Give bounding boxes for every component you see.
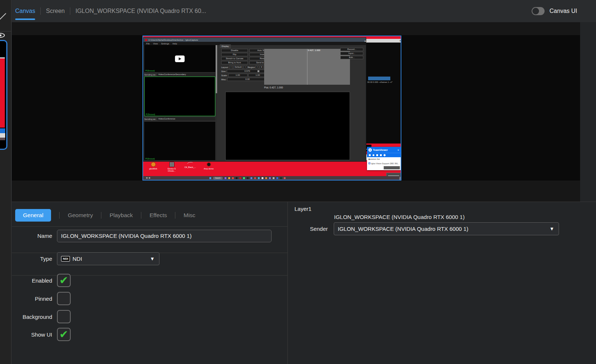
teamviewer-header: TeamViewer ✕	[367, 147, 401, 153]
type-dropdown[interactable]: NDI NDI ▼	[57, 252, 159, 265]
search-pill: Search	[213, 177, 223, 179]
desktop-icons: glooWeb Device S Chrolo... C#_Black_... …	[146, 162, 216, 172]
teamviewer-footer-button	[384, 166, 400, 169]
teamviewer-logo-icon	[368, 148, 372, 152]
amp-demo-icon	[206, 162, 211, 167]
background-row: Background	[12, 310, 160, 324]
input-button: Input...	[340, 52, 363, 55]
disable-button: Disable	[221, 49, 248, 52]
chevron-down-icon: ▼	[150, 256, 155, 262]
selection-bar	[368, 77, 390, 80]
thumbnail-teamviewer-body	[0, 133, 5, 138]
show-ui-row: Show UI ✔	[12, 328, 160, 341]
sending-as-value: VideoConference	[157, 117, 215, 121]
layer-title: Layer1	[294, 206, 312, 212]
edit-icon[interactable]	[0, 13, 6, 20]
tab-canvas[interactable]: Canvas	[15, 6, 35, 17]
taskbar-icons: Search	[209, 177, 286, 179]
video-slot-3: P(Srcout)	[144, 122, 215, 160]
layer-source-title: IGLON_WORKSPACE (NVIDIA Quadro RTX 6000 …	[334, 214, 465, 220]
divider	[175, 212, 175, 219]
show-ui-checkbox[interactable]: ✔	[57, 328, 71, 341]
desktop-icon: glooWeb	[146, 162, 160, 172]
captured-title: C:\Users\Alpha\Desktop\Interlective - Ig…	[148, 39, 363, 41]
position-map: 0.427, 1.000	[264, 49, 350, 85]
stretch-button: Stretch to Canvas	[221, 57, 248, 60]
properties-tabs: General Geometry Playback Effects Misc	[15, 209, 195, 222]
name-label: Name	[12, 233, 52, 239]
video-slot-1: P(Srcout)	[144, 45, 215, 72]
properties-panel: General Geometry Playback Effects Misc N…	[12, 202, 288, 364]
pinned-row: Pinned	[12, 292, 160, 306]
enabled-label: Enabled	[12, 274, 52, 287]
captured-app-window: C:\Users\Alpha\Desktop\Interlective - Ig…	[143, 37, 366, 162]
sending-as-value: VideoConferenceSecondary	[157, 73, 215, 76]
teamviewer-title: TeamViewer	[373, 149, 396, 151]
tab-screen[interactable]: Screen	[46, 6, 65, 17]
sender-dropdown[interactable]: IGLON_WORKSPACE (NVIDIA Quadro RTX 6000 …	[334, 222, 559, 235]
edit-button: Edit...	[340, 56, 363, 59]
ndi-layer-preview[interactable]: C:\Users\Alpha\Desktop\Interlective - Ig…	[142, 36, 401, 181]
layer-panel: Layer1 IGLON_WORKSPACE (NVIDIA Quadro RT…	[288, 202, 596, 364]
name-input[interactable]: IGLON_WORKSPACE (NVIDIA Quadro RTX 6000 …	[57, 230, 272, 242]
layer-thumbnail[interactable]	[0, 40, 7, 150]
thumbnail-teamviewer	[0, 128, 5, 133]
qr-code-icon	[169, 162, 174, 167]
region-value: 0	[260, 65, 263, 69]
tab-workspace[interactable]: IGLON_WORKSPACE (NVIDIA Quadro RTX 60...	[75, 6, 206, 17]
output-preview	[225, 92, 350, 160]
app-root: Canvas Screen IGLON_WORKSPACE (NVIDIA Qu…	[0, 0, 596, 364]
status-line: 00:00 0.000 ~vframes 1 ~v*	[367, 81, 393, 83]
captured-menubar: File View Settings Help	[144, 42, 366, 45]
divider	[40, 7, 41, 15]
scale-x: 1.00	[228, 74, 248, 77]
thumbnail-desktop	[0, 57, 5, 128]
show-ui-label: Show UI	[12, 328, 52, 341]
source-label: P(Srcout)	[145, 70, 155, 72]
session-list-row: ▾ Session list	[367, 157, 401, 161]
prev-icon: <	[256, 65, 259, 69]
enabled-checkbox[interactable]: ✔	[57, 274, 71, 287]
ndi-badge-icon: NDI	[61, 256, 70, 262]
source-label: P(Srcout)	[146, 113, 155, 115]
captured-titlebar: C:\Users\Alpha\Desktop\Interlective - Ig…	[144, 38, 366, 42]
desktop-icon: C#_Black_...	[183, 162, 197, 172]
divider	[101, 212, 101, 219]
tab-playback[interactable]: Playback	[110, 212, 133, 219]
session-entry-row: Igloo Vision Support (582 391...	[367, 161, 401, 165]
check-icon: ✔	[59, 328, 68, 340]
signature-icon	[187, 161, 193, 166]
layer-list-sidebar	[0, 0, 11, 364]
tab-geometry[interactable]: Geometry	[68, 212, 93, 219]
close-icon: ✕	[397, 149, 399, 151]
background-checkbox[interactable]	[57, 310, 71, 323]
pinned-label: Pinned	[12, 292, 52, 306]
bring-front-button: Bring to front	[221, 61, 248, 64]
sender-value: IGLON_WORKSPACE (NVIDIA Quadro RTX 6000 …	[338, 226, 468, 232]
record-button: Record...	[340, 48, 363, 51]
scrollbar	[216, 45, 217, 161]
video-slot-2: P(Srcout)	[144, 77, 215, 116]
teamviewer-toolbar-icons	[367, 153, 401, 157]
canvas-ui-toggle[interactable]	[532, 7, 545, 15]
tab-general[interactable]: General	[15, 209, 51, 222]
toggle-knob	[532, 8, 539, 14]
canvas-stage[interactable]: C:\Users\Alpha\Desktop\Interlective - Ig…	[12, 35, 580, 181]
pinned-checkbox[interactable]	[57, 292, 71, 305]
desktop-icon: Device S Chrolo...	[165, 162, 179, 172]
source-label: P(Srcout)	[145, 158, 155, 160]
size-slider: 0.970	[227, 70, 267, 73]
menu-settings: Settings	[161, 43, 169, 45]
top-bar: Canvas Screen IGLON_WORKSPACE (NVIDIA Qu…	[12, 0, 596, 22]
tab-misc[interactable]: Misc	[183, 212, 195, 219]
enabled-row: Enabled ✔	[12, 274, 160, 287]
eye-icon[interactable]	[0, 33, 5, 38]
menu-view: View	[153, 43, 158, 45]
flip-button: Flip	[221, 53, 248, 56]
monitor-icon	[368, 162, 370, 164]
divider	[141, 212, 141, 219]
menu-file: File	[146, 43, 150, 45]
canvas-ui-label: Canvas UI	[549, 8, 577, 14]
misc-row: Misc: 0.00	[221, 78, 268, 81]
tab-effects[interactable]: Effects	[149, 212, 167, 219]
